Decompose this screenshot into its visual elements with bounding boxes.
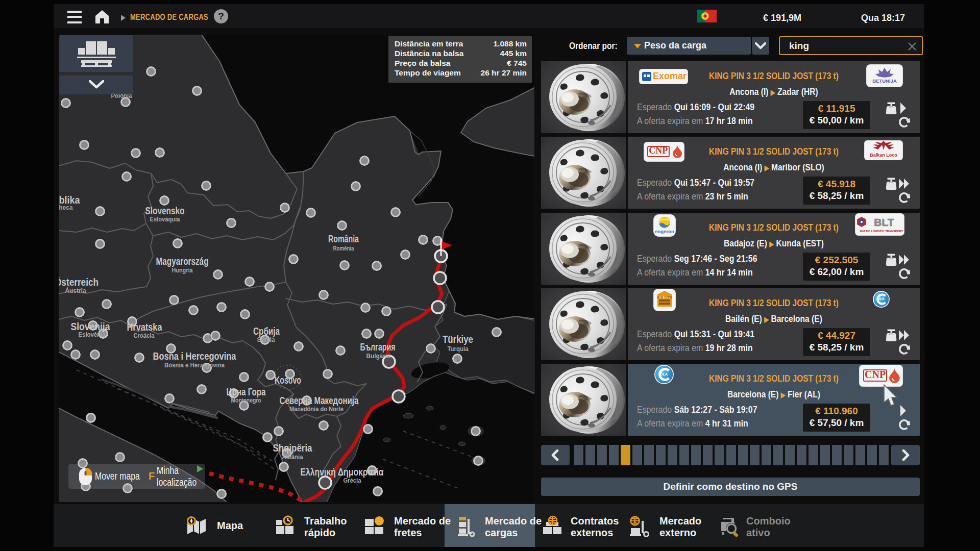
svg-text:Eslováquia: Eslováquia: [150, 215, 180, 223]
svg-text:engeron: engeron: [655, 229, 674, 234]
svg-text:Hrvatska: Hrvatska: [127, 321, 163, 333]
svg-text:România: România: [328, 233, 359, 244]
svg-text:Áustria: Áustria: [65, 287, 86, 294]
svg-text:OLA: OLA: [659, 372, 668, 377]
svg-text:Ελληνική Δημοκρατία: Ελληνική Δημοκρατία: [301, 466, 384, 478]
svg-text:Grécia: Grécia: [344, 477, 361, 484]
svg-text:Montenegro: Montenegro: [231, 396, 261, 404]
svg-text:OLA: OLA: [877, 297, 885, 300]
svg-text:BETUNIJA: BETUNIJA: [872, 78, 897, 84]
svg-text:Türkiye: Türkiye: [443, 334, 473, 345]
svg-text:Kosovo: Kosovo: [275, 374, 301, 386]
svg-text:Turquia: Turquia: [448, 345, 469, 353]
svg-text:Balkan Loco: Balkan Loco: [870, 153, 897, 158]
svg-text:Croácia: Croácia: [134, 332, 155, 339]
svg-text:България: България: [360, 341, 396, 353]
svg-text:Северна Македонија: Северна Македонија: [280, 395, 359, 406]
svg-text:Србија: Србија: [253, 325, 280, 337]
svg-text:DUM DEPO: DUM DEPO: [657, 296, 672, 299]
svg-text:Bulgária: Bulgária: [366, 352, 390, 360]
svg-text:Sérvia: Sérvia: [257, 336, 275, 343]
svg-text:Österreich: Österreich: [59, 277, 99, 288]
svg-text:Slovensko: Slovensko: [145, 205, 185, 216]
svg-text:Shqipëria: Shqipëria: [273, 442, 313, 454]
svg-text:Bosna i Hercegovina: Bosna i Hercegovina: [153, 350, 237, 362]
svg-text:BLT: BLT: [874, 216, 894, 228]
svg-text:Eslovênia: Eslovênia: [79, 331, 106, 338]
svg-text:Macedônia do Norte: Macedônia do Norte: [289, 405, 344, 413]
svg-text:Црна Гора: Црна Гора: [227, 386, 266, 397]
svg-text:blica Tcheca: blica Tcheca: [59, 204, 73, 211]
svg-text:Hungria: Hungria: [172, 266, 193, 274]
svg-text:Magyarország: Magyarország: [156, 256, 209, 267]
svg-text:BALTIC LOGISTIC TRANSPORT: BALTIC LOGISTIC TRANSPORT: [860, 230, 903, 233]
svg-text:Romênia: Romênia: [333, 244, 354, 252]
svg-text:Bósnia e Herzegovina: Bósnia e Herzegovina: [164, 361, 225, 369]
svg-text:Albânia: Albânia: [282, 453, 303, 461]
